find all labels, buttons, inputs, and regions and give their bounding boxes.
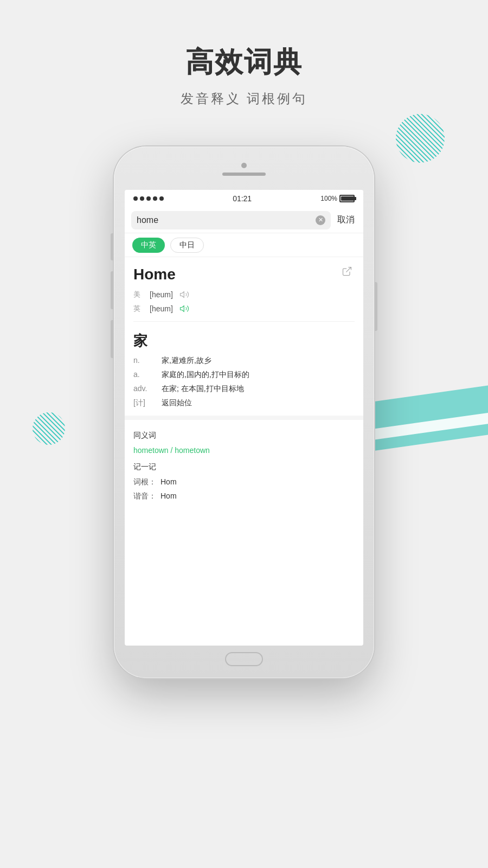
word-header: Home: [125, 257, 363, 288]
def-type-n: n.: [133, 356, 153, 366]
def-text-a: 家庭的,国内的,打中目标的: [162, 370, 355, 380]
word-root-row: 词根： Hom: [125, 475, 363, 489]
phone-screen: 01:21 100% home ✕ 取消 中英: [125, 190, 363, 646]
speaker-us-icon[interactable]: [178, 289, 190, 301]
search-input-wrapper[interactable]: home ✕: [131, 211, 331, 229]
tab-chinese-english[interactable]: 中英: [132, 238, 165, 253]
signal-dot-4: [153, 196, 157, 201]
def-row-n: n. 家,避难所,故乡: [125, 354, 363, 368]
share-icon[interactable]: [342, 266, 355, 279]
phone-body: 01:21 100% home ✕ 取消 中英: [114, 146, 374, 678]
signal-dot-2: [140, 196, 144, 201]
tab-chinese-japanese[interactable]: 中日: [170, 238, 204, 253]
battery-fill: [341, 196, 354, 201]
section-divider: [125, 416, 363, 420]
def-text-adv: 在家; 在本国,打中目标地: [162, 384, 355, 394]
def-row-comp: [计] 返回始位: [125, 396, 363, 410]
phone-button-vol-down: [111, 320, 113, 358]
word-root-label: 词根：: [133, 477, 156, 487]
battery-icon: [339, 195, 355, 202]
chinese-translation: 家: [125, 327, 363, 354]
decorative-circle-top: [396, 114, 445, 163]
status-battery: 100%: [320, 195, 355, 202]
page-subtitle: 发音释义 词根例句: [0, 90, 488, 107]
svg-line-0: [346, 267, 351, 272]
phonetic-value: Hom: [160, 492, 177, 501]
pron-us-text: [heum]: [150, 290, 173, 299]
memory-header: 记一记: [125, 457, 363, 475]
pron-us-label: 美: [133, 290, 144, 299]
signal-dot-1: [133, 196, 138, 201]
tab-chinese-english-label: 中英: [141, 240, 156, 250]
def-type-a: a.: [133, 370, 153, 380]
synonyms-list[interactable]: hometown / hometown: [125, 444, 363, 457]
status-bar: 01:21 100%: [125, 190, 363, 207]
word-title: Home: [133, 266, 176, 283]
phone-home-button[interactable]: [225, 652, 263, 666]
search-bar: home ✕ 取消: [125, 207, 363, 233]
pron-uk-text: [heum]: [150, 304, 173, 313]
def-row-adv: adv. 在家; 在本国,打中目标地: [125, 382, 363, 396]
phone-button-mute: [111, 233, 113, 260]
search-cancel-button[interactable]: 取消: [335, 214, 357, 226]
pronunciation-us: 美 [heum]: [125, 288, 363, 302]
phone-button-vol-up: [111, 271, 113, 309]
speaker-uk-icon[interactable]: [178, 303, 190, 315]
def-type-comp: [计]: [133, 398, 153, 408]
status-time: 01:21: [233, 194, 252, 203]
page-title: 高效词典: [0, 43, 488, 81]
signal-dot-3: [146, 196, 151, 201]
phonetic-row: 谐音： Hom: [125, 489, 363, 503]
decorative-circle-bottom: [33, 412, 65, 445]
pronunciation-uk: 英 [heum]: [125, 302, 363, 316]
page-title-area: 高效词典 发音释义 词根例句: [0, 43, 488, 107]
pron-uk-label: 英: [133, 304, 144, 314]
phone-mockup: 01:21 100% home ✕ 取消 中英: [114, 146, 374, 678]
tab-bar: 中英 中日: [125, 233, 363, 257]
phone-speaker: [222, 173, 266, 176]
search-clear-button[interactable]: ✕: [316, 215, 325, 225]
def-type-adv: adv.: [133, 384, 153, 394]
def-text-comp: 返回始位: [162, 398, 355, 408]
svg-marker-2: [180, 306, 184, 312]
def-row-a: a. 家庭的,国内的,打中目标的: [125, 368, 363, 382]
signal-dots: [133, 196, 164, 201]
search-input[interactable]: home: [137, 215, 312, 225]
phone-camera: [241, 163, 247, 168]
synonyms-header: 同义词: [125, 425, 363, 444]
signal-dot-5: [159, 196, 164, 201]
divider-1: [133, 321, 355, 322]
svg-marker-1: [180, 292, 184, 298]
def-text-n: 家,避难所,故乡: [162, 356, 355, 366]
content-area: Home 美 [heum]: [125, 257, 363, 646]
word-root-value: Hom: [160, 477, 177, 487]
tab-chinese-japanese-label: 中日: [179, 240, 195, 250]
battery-pct-text: 100%: [320, 195, 337, 202]
phone-button-power: [375, 282, 377, 331]
phonetic-label: 谐音：: [133, 492, 156, 501]
